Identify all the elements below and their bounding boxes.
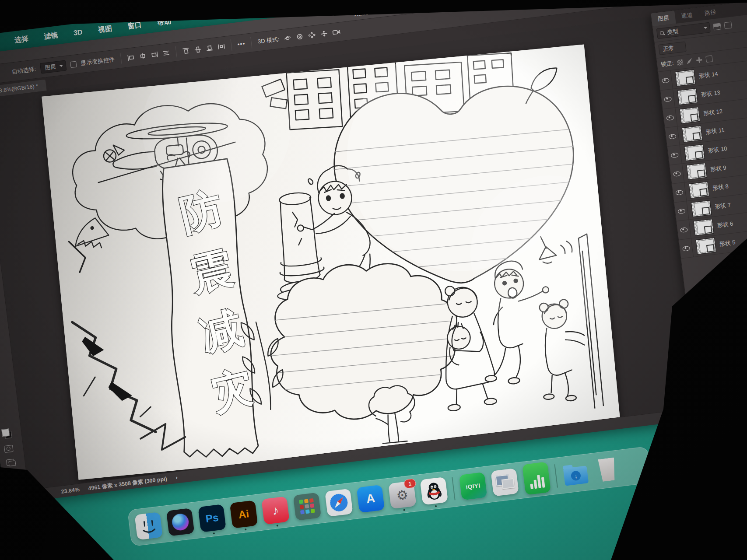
visibility-toggle[interactable] [665,126,680,146]
dock-qq[interactable] [420,477,448,505]
visibility-toggle[interactable] [660,89,675,109]
align-center-horizontal-icon[interactable] [138,52,147,60]
align-top-icon[interactable] [182,47,190,54]
dock-photoshop[interactable]: Ps [198,504,226,532]
layer-name[interactable]: 形状 10 [708,145,728,155]
layer-thumbnail[interactable] [680,107,701,124]
dock-iqiyi[interactable]: iQIYI [459,472,487,500]
dock-downloads[interactable]: ↓ [561,459,590,488]
menu-select[interactable]: 选择 [14,34,29,45]
visibility-toggle[interactable] [679,238,694,258]
eye-icon [677,208,685,214]
visibility-toggle[interactable] [663,108,677,127]
dock-app-store[interactable]: A [357,485,385,513]
filter-kind-icon[interactable] [713,23,721,30]
layer-name[interactable]: 形状 9 [710,164,727,173]
dock-trash[interactable] [593,455,621,484]
eye-icon [668,133,676,139]
dock-siri[interactable] [166,508,195,536]
zoom-level[interactable]: 23.84% [61,486,80,495]
layer-name[interactable]: 形状 7 [714,201,731,211]
lock-transparent-pixels-icon[interactable] [677,59,683,65]
visibility-toggle[interactable] [672,182,687,202]
3d-orbit-icon[interactable] [283,34,292,42]
3d-camera-icon[interactable] [332,28,342,36]
dock-safari[interactable] [325,489,353,517]
layer-thumbnail[interactable] [691,200,712,217]
align-bottom-icon[interactable] [205,44,214,52]
layer-thumbnail[interactable] [682,126,703,143]
distribute-vertical-icon[interactable] [162,49,170,57]
visibility-toggle[interactable] [667,145,682,165]
dock-illustrator[interactable]: Ai [230,500,258,528]
align-left-icon[interactable] [127,54,135,61]
photoshop-logo: Ps [205,511,219,525]
3d-slide-icon[interactable] [320,30,329,38]
lock-position-icon[interactable] [696,57,702,63]
filter-effects-icon[interactable] [724,21,732,29]
layer-name[interactable]: 形状 5 [719,238,736,248]
foreground-color-swatch[interactable] [1,429,10,437]
layer-thumbnail[interactable] [686,163,707,180]
menu-3d[interactable]: 3D [73,28,83,37]
layer-thumbnail[interactable] [675,70,696,87]
align-middle-vertical-icon[interactable] [193,46,202,53]
layer-name[interactable]: 形状 11 [705,126,725,136]
distribute-horizontal-icon[interactable] [217,42,225,50]
menu-help[interactable]: 帮助 [157,17,172,28]
dock-music[interactable]: ♪ [261,496,290,525]
layer-name[interactable]: 形状 14 [698,70,719,80]
visibility-toggle[interactable] [677,220,691,240]
launchpad-grid-icon [298,498,316,515]
layer-thumbnail[interactable] [689,182,710,199]
dock-finder[interactable] [134,512,163,540]
photo-of-screen: 选择 滤镜 3D 视图 窗口 帮助 Adobe Photoshop 2021 自… [0,0,747,560]
eye-icon [664,96,672,102]
dock-divider [554,464,558,488]
layer-name[interactable]: 形状 6 [717,220,734,229]
app-store-icon: A [365,491,376,506]
canvas-artwork: 防 震 减 灾 [42,44,621,480]
menu-filter[interactable]: 滤镜 [43,31,58,42]
status-chevron-icon[interactable]: › [175,474,178,480]
more-options-icon[interactable]: ••• [237,40,246,48]
color-swatches-icon[interactable] [1,428,12,439]
layer-name[interactable]: 形状 13 [701,89,721,99]
lock-image-pixels-icon[interactable] [686,58,692,64]
layer-thumbnail[interactable] [693,219,714,236]
align-right-icon[interactable] [150,51,158,58]
visibility-toggle[interactable] [670,164,684,183]
lock-all-icon[interactable] [705,55,713,63]
blend-mode-select[interactable]: 正常 [658,42,686,55]
layer-name[interactable]: 形状 12 [703,107,723,117]
dock-preview[interactable] [491,468,519,497]
layer-thumbnail[interactable] [695,238,716,255]
menu-view[interactable]: 视图 [98,24,112,35]
illustrator-logo: Ai [238,508,249,521]
menu-window[interactable]: 窗口 [127,20,142,31]
dock-settings[interactable]: ⚙ 1 [388,481,417,509]
document-canvas[interactable]: 防 震 减 灾 [42,44,621,480]
notification-badge: 1 [403,478,416,489]
eye-icon [675,189,683,195]
options-divider [251,37,253,48]
running-indicator [403,509,405,511]
visibility-toggle[interactable] [658,70,673,90]
screen-mode-icon[interactable] [6,459,15,466]
dock-launchpad[interactable] [293,492,322,521]
auto-select-value: 图层 [45,63,56,72]
quick-mask-icon[interactable] [4,445,14,453]
3d-roll-icon[interactable] [295,33,304,41]
layer-thumbnail[interactable] [684,144,705,161]
eye-icon [666,115,674,121]
photo-thumbnail-icon [502,478,515,489]
layer-thumbnail[interactable] [677,88,698,105]
auto-select-dropdown[interactable]: 图层 [40,60,67,74]
running-indicator [277,525,278,526]
visibility-toggle[interactable] [674,201,689,221]
music-note-icon: ♪ [271,503,280,518]
show-transform-checkbox[interactable] [70,61,77,68]
3d-pan-icon[interactable] [308,31,316,39]
dock-numbers[interactable] [522,462,551,495]
layer-name[interactable]: 形状 8 [712,182,729,192]
